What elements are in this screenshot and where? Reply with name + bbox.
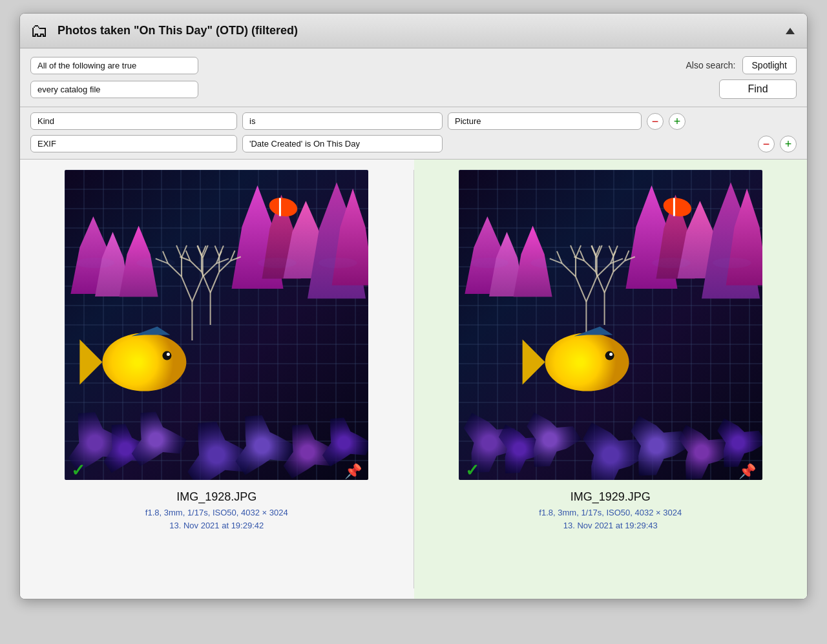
check-icon-1: ✓ [71, 462, 85, 479]
logic-select[interactable]: All of the following are true Any of the… [30, 57, 198, 74]
photo-meta-line1-1: f1.8, 3mm, 1/17s, ISO50, 4032 × 3024 [145, 508, 288, 517]
filter-area: All of the following are true Any of the… [20, 48, 807, 107]
cond2-op-wrapper: 'Date Created' is On This Day 'Date Crea… [242, 135, 443, 152]
pin-icon-2: 📌 [738, 464, 756, 479]
filter-row-1-left: All of the following are true Any of the… [30, 57, 198, 74]
cond1-add-button[interactable]: + [669, 113, 686, 130]
photo-overlay-2: ✓ 📌 [459, 458, 762, 483]
photo-wrapper-2: ✓ 📌 [459, 170, 762, 483]
cond1-remove-button[interactable]: − [647, 113, 664, 130]
scope-select-wrapper: every catalog file selected catalog file [30, 81, 198, 98]
condition-row-2: EXIF Kind Label Rating 'Date Created' is… [30, 135, 797, 152]
cond1-value-wrapper: Picture Video Audio Document [448, 112, 642, 130]
title-bar-left: 🗂 Photos taken "On This Day" (OTD) (filt… [30, 20, 298, 41]
photo-cell-2[interactable]: ✓ 📌 IMG_1929.JPG f1.8, 3mm, 1/17s, ISO50… [414, 160, 808, 599]
photo-meta-2: f1.8, 3mm, 1/17s, ISO50, 4032 × 3024 13.… [539, 506, 682, 532]
photo-meta-line2-2: 13. Nov 2021 at 19:29:43 [563, 521, 658, 530]
check-icon-2: ✓ [465, 462, 479, 479]
collapse-button[interactable] [784, 25, 797, 37]
filter-row-1-right: Also search: Spotlight [686, 56, 797, 74]
spotlight-button[interactable]: Spotlight [742, 56, 797, 74]
pin-icon-1: 📌 [344, 464, 362, 479]
photo-image-2 [459, 170, 762, 480]
condition-row-1: Kind EXIF Label Rating is is not Picture… [30, 112, 797, 130]
photo-cell-1[interactable]: ✓ 📌 IMG_1928.JPG f1.8, 3mm, 1/17s, ISO50… [20, 160, 414, 599]
cond2-field-select[interactable]: EXIF Kind Label Rating [30, 135, 237, 152]
cond2-field-wrapper: EXIF Kind Label Rating [30, 135, 237, 152]
photo-name-1: IMG_1928.JPG [176, 490, 256, 504]
filter-row-2: every catalog file selected catalog file… [30, 79, 797, 99]
condition-rows: Kind EXIF Label Rating is is not Picture… [20, 107, 807, 160]
cond2-add-button[interactable]: + [780, 136, 797, 152]
cond1-field-select[interactable]: Kind EXIF Label Rating [30, 112, 237, 130]
photo-wrapper-1: ✓ 📌 [65, 170, 368, 483]
photo-overlay-1: ✓ 📌 [65, 458, 368, 483]
cond1-field-wrapper: Kind EXIF Label Rating [30, 112, 237, 130]
logic-select-wrapper: All of the following are true Any of the… [30, 57, 198, 74]
photo-meta-1: f1.8, 3mm, 1/17s, ISO50, 4032 × 3024 13.… [145, 506, 288, 532]
main-window: 🗂 Photos taken "On This Day" (OTD) (filt… [19, 13, 808, 599]
filter-row-1: All of the following are true Any of the… [30, 56, 797, 74]
title-bar: 🗂 Photos taken "On This Day" (OTD) (filt… [20, 14, 807, 48]
photo-image-1 [65, 170, 368, 480]
scope-select[interactable]: every catalog file selected catalog file [30, 81, 198, 98]
photo-meta-line1-2: f1.8, 3mm, 1/17s, ISO50, 4032 × 3024 [539, 508, 682, 517]
photo-name-2: IMG_1929.JPG [571, 490, 651, 504]
also-search-label: Also search: [686, 60, 735, 70]
folder-icon: 🗂 [30, 20, 48, 41]
photo-grid: ✓ 📌 IMG_1928.JPG f1.8, 3mm, 1/17s, ISO50… [20, 160, 807, 599]
cond2-remove-button[interactable]: − [758, 136, 775, 152]
cond2-op-select[interactable]: 'Date Created' is On This Day 'Date Crea… [242, 135, 443, 152]
cond1-op-select[interactable]: is is not [242, 112, 443, 130]
svg-marker-0 [786, 28, 795, 34]
cond1-op-wrapper: is is not [242, 112, 443, 130]
window-title: Photos taken "On This Day" (OTD) (filter… [58, 24, 298, 37]
find-button[interactable]: Find [719, 79, 797, 99]
cond1-value-select[interactable]: Picture Video Audio Document [448, 112, 642, 130]
photo-meta-line2-1: 13. Nov 2021 at 19:29:42 [169, 521, 264, 530]
